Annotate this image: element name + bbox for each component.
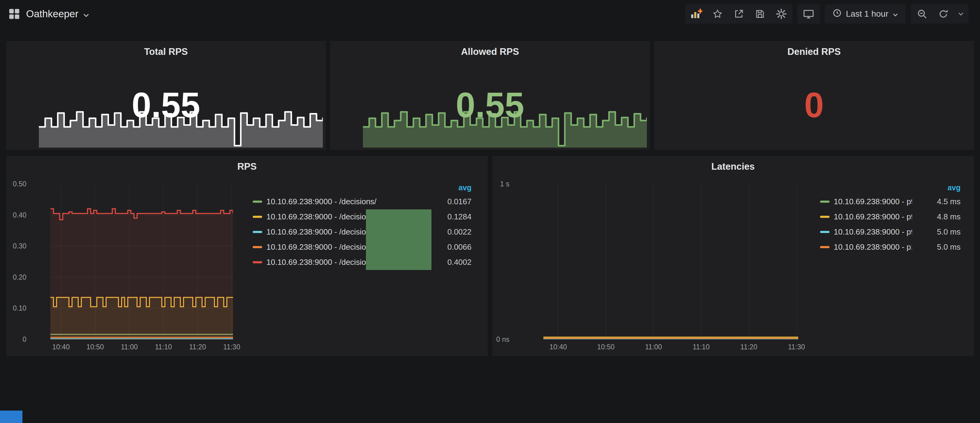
- panel-title[interactable]: Total RPS: [7, 46, 325, 57]
- side-menu-accent[interactable]: [0, 410, 22, 423]
- rps-panel: RPS 0.500.400.300.200.100 10:4010:5011:0…: [6, 156, 488, 356]
- panel-title[interactable]: Denied RPS: [655, 46, 973, 57]
- y-axis-tick: 0.30: [13, 242, 26, 250]
- y-axis: 0.500.400.300.200.100: [7, 184, 27, 339]
- refresh-icon[interactable]: [933, 4, 954, 24]
- y-axis-tick: 0.40: [13, 211, 26, 219]
- grafana-dashboard: Oathkeeper: [0, 0, 980, 356]
- panel-title[interactable]: Allowed RPS: [331, 46, 649, 57]
- x-axis-tick: 10:50: [86, 343, 104, 351]
- y-axis-tick: 0.20: [13, 273, 26, 281]
- dashboard-actions-group: [685, 4, 792, 24]
- share-button[interactable]: [728, 4, 749, 24]
- legend-row[interactable]: 10.10.69.238:9000 - /decisions/0.0066: [253, 239, 471, 255]
- add-panel-button[interactable]: [686, 4, 707, 24]
- settings-gear-icon[interactable]: [771, 4, 792, 24]
- latencies-graph-area[interactable]: [543, 184, 798, 339]
- y-axis-tick: 0: [22, 336, 26, 344]
- stat-value: 0.55: [7, 87, 325, 123]
- allowed-rps-panel: Allowed RPS 0.55: [331, 41, 649, 150]
- tv-mode-monitor-icon[interactable]: [798, 4, 819, 24]
- chevron-down-icon[interactable]: [83, 13, 89, 17]
- zoom-out-icon[interactable]: [912, 4, 933, 24]
- series-avg-value: 5.0 ms: [912, 227, 961, 237]
- dashboard-title[interactable]: Oathkeeper: [26, 8, 78, 20]
- panel-title[interactable]: Latencies: [493, 161, 973, 172]
- legend-row[interactable]: 10.10.69.238:9000 - p904.5 ms: [820, 194, 961, 209]
- x-axis: 10:4010:5011:0011:1011:2011:30: [50, 343, 233, 353]
- x-axis: 10:4010:5011:0011:1011:2011:30: [543, 343, 798, 353]
- stat-value: 0.55: [331, 87, 649, 123]
- rps-graph-area[interactable]: [50, 184, 233, 339]
- series-color-dash-icon[interactable]: [820, 246, 829, 248]
- series-color-dash-icon[interactable]: [253, 246, 262, 248]
- dashboard-body: Total RPS 0.55 Allowed RPS 0.55 Denied R…: [0, 41, 980, 356]
- legend-avg-header[interactable]: avg: [820, 181, 961, 194]
- x-axis-tick: 11:00: [645, 343, 662, 351]
- green-overlay-box: [366, 209, 431, 270]
- legend-avg-header[interactable]: avg: [253, 181, 471, 194]
- legend-row[interactable]: 10.10.69.238:9000 - /decisions/0.0022: [253, 224, 471, 239]
- refresh-interval-chevron-icon[interactable]: [954, 4, 968, 24]
- y-axis-tick: 0.10: [13, 304, 26, 312]
- series-label[interactable]: 10.10.69.238:9000 - /decisions/: [266, 197, 423, 206]
- legend-row[interactable]: 10.10.69.238:9000 - /decisions/0.1284: [253, 209, 471, 224]
- navbar: Oathkeeper: [0, 0, 980, 28]
- panel-title[interactable]: RPS: [7, 161, 487, 172]
- denied-rps-panel: Denied RPS 0: [654, 41, 974, 150]
- series-color-dash-icon[interactable]: [820, 231, 829, 233]
- series-color-dash-icon[interactable]: [253, 231, 262, 233]
- series-label[interactable]: 10.10.69.238:9000 - p90: [834, 197, 912, 206]
- series-avg-value: 4.5 ms: [912, 197, 961, 206]
- series-avg-value: 5.0 ms: [912, 242, 961, 252]
- total-rps-panel: Total RPS 0.55: [6, 41, 326, 150]
- x-axis-tick: 11:10: [155, 343, 172, 351]
- series-color-dash-icon[interactable]: [820, 201, 829, 203]
- dashboard-picker-grid-icon[interactable]: [7, 4, 21, 24]
- latencies-panel: Latencies 1 s0 ns 10:4010:5011:0011:1011…: [492, 156, 974, 356]
- stat-row: Total RPS 0.55 Allowed RPS 0.55 Denied R…: [0, 41, 980, 150]
- series-color-dash-icon[interactable]: [820, 216, 829, 218]
- legend-table: avg10.10.69.238:9000 - p904.5 ms10.10.69…: [820, 181, 961, 255]
- legend-row[interactable]: 10.10.69.238:9000 - p1005.0 ms: [820, 239, 961, 255]
- x-axis-tick: 11:30: [788, 343, 805, 351]
- x-axis-tick: 10:50: [597, 343, 615, 351]
- x-axis-tick: 11:10: [693, 343, 710, 351]
- series-avg-value: 4.8 ms: [912, 212, 961, 222]
- legend-table: avg10.10.69.238:9000 - /decisions/0.0167…: [253, 181, 471, 270]
- series-label[interactable]: 10.10.69.238:9000 - p99: [834, 227, 912, 237]
- clock-icon: [832, 8, 842, 20]
- x-axis-tick: 10:40: [549, 343, 567, 351]
- star-button[interactable]: [707, 4, 728, 24]
- x-axis-tick: 11:30: [223, 343, 240, 351]
- navbar-left: Oathkeeper: [7, 4, 89, 24]
- time-picker-button[interactable]: Last 1 hour: [825, 4, 906, 24]
- legend-row[interactable]: 10.10.69.238:9000 - p954.8 ms: [820, 209, 961, 224]
- zoom-refresh-group: [911, 4, 969, 24]
- series-color-dash-icon[interactable]: [253, 216, 262, 218]
- series-avg-value: 0.0167: [423, 197, 471, 206]
- y-axis-tick: 1 s: [500, 180, 509, 188]
- x-axis-tick: 11:20: [189, 343, 206, 351]
- series-label[interactable]: 10.10.69.238:9000 - p95: [834, 212, 912, 222]
- series-label[interactable]: 10.10.69.238:9000 - p100: [834, 242, 912, 252]
- time-range-label: Last 1 hour: [846, 9, 888, 19]
- save-button[interactable]: [749, 4, 771, 24]
- x-axis-tick: 10:40: [52, 343, 70, 351]
- y-axis-tick: 0 ns: [496, 336, 509, 344]
- navbar-right: Last 1 hour: [685, 4, 969, 24]
- graph-row: RPS 0.500.400.300.200.100 10:4010:5011:0…: [0, 156, 980, 356]
- y-axis-tick: 0.50: [13, 180, 26, 188]
- legend-row[interactable]: 10.10.69.238:9000 - /decisions/0.0167: [253, 194, 471, 209]
- legend-row[interactable]: 10.10.69.238:9000 - p995.0 ms: [820, 224, 961, 239]
- x-axis-tick: 11:20: [740, 343, 757, 351]
- x-axis-tick: 11:00: [121, 343, 138, 351]
- series-color-dash-icon[interactable]: [253, 201, 262, 203]
- chevron-down-icon: [892, 9, 898, 19]
- legend-row[interactable]: 10.10.69.238:9000 - /decisions/0.4002: [253, 255, 471, 270]
- series-color-dash-icon[interactable]: [253, 261, 262, 263]
- tv-mode-group: [797, 4, 820, 24]
- stat-value: 0: [655, 87, 973, 123]
- y-axis: 1 s0 ns: [493, 184, 510, 339]
